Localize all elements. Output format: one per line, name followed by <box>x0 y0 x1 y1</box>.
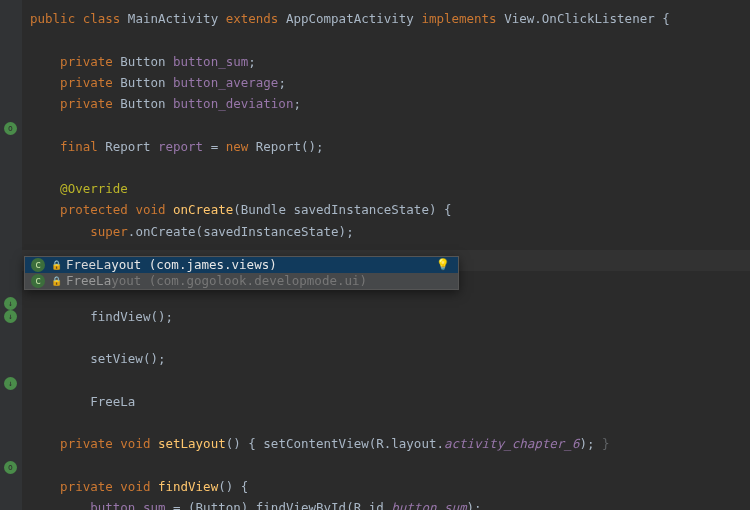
keyword: super <box>90 224 128 239</box>
keyword: extends <box>226 11 279 26</box>
implements-gutter-icon[interactable]: ↓ <box>4 377 17 390</box>
class-name: Button <box>120 75 165 90</box>
class-name: Button <box>120 54 165 69</box>
override-gutter-icon[interactable]: o <box>4 122 17 135</box>
keyword: private <box>60 75 113 90</box>
r-value: button_sum <box>391 500 466 510</box>
class-name: Report <box>105 139 150 154</box>
param: savedInstanceState <box>203 224 338 239</box>
class-icon: c <box>31 258 45 272</box>
class-name: MainActivity <box>128 11 218 26</box>
lock-icon: 🔒 <box>51 257 62 273</box>
method-call: setContentView <box>263 436 368 451</box>
keyword: void <box>120 436 150 451</box>
class-name: View <box>504 11 534 26</box>
keyword: private <box>60 479 113 494</box>
class-name: OnClickListener <box>542 11 655 26</box>
class-name: Button <box>120 96 165 111</box>
method-decl: findView <box>158 479 218 494</box>
class-name: Report <box>256 139 301 154</box>
lightbulb-icon[interactable]: 💡 <box>436 257 450 273</box>
keyword: class <box>83 11 121 26</box>
field: button_deviation <box>173 96 293 111</box>
keyword: public <box>30 11 75 26</box>
field: button_sum <box>173 54 248 69</box>
keyword: implements <box>421 11 496 26</box>
class-name: AppCompatActivity <box>286 11 414 26</box>
r-value: activity_chapter_6 <box>444 436 579 451</box>
keyword: private <box>60 96 113 111</box>
method-call: findViewById <box>256 500 346 510</box>
method-decl: setLayout <box>158 436 226 451</box>
class-name: Bundle <box>241 202 286 217</box>
keyword: new <box>226 139 249 154</box>
keyword: final <box>60 139 98 154</box>
keyword: private <box>60 436 113 451</box>
editor-gutter: o ↓ ↓ ↓ o <box>0 0 22 510</box>
class-icon: c <box>31 274 45 288</box>
field: button_sum <box>90 500 165 510</box>
completion-item[interactable]: c 🔒 FreeLayout (com.gogolook.developmode… <box>25 273 458 289</box>
method-call: onCreate <box>135 224 195 239</box>
fold-marker[interactable]: } <box>602 436 610 451</box>
method-call: setView <box>90 351 143 366</box>
method-decl: onCreate <box>173 202 233 217</box>
class-name: Button <box>196 500 241 510</box>
r-ref: R.layout. <box>376 436 444 451</box>
implements-gutter-icon[interactable]: ↓ <box>4 297 17 310</box>
keyword: void <box>135 202 165 217</box>
keyword: protected <box>60 202 128 217</box>
code-editor[interactable]: public class MainActivity extends AppCom… <box>0 0 750 510</box>
annotation: @Override <box>60 181 128 196</box>
keyword: void <box>120 479 150 494</box>
field: report <box>158 139 203 154</box>
r-ref: R.id. <box>354 500 392 510</box>
keyword: private <box>60 54 113 69</box>
completion-text: FreeLayout (com.james.views) <box>66 257 452 273</box>
completion-item[interactable]: c 🔒 FreeLayout (com.james.views) 💡 <box>25 257 458 273</box>
code-completion-popup[interactable]: c 🔒 FreeLayout (com.james.views) 💡 c 🔒 F… <box>24 256 459 290</box>
typed-text: FreeLa <box>90 394 135 409</box>
completion-text: FreeLayout (com.gogolook.developmode.ui) <box>66 273 452 289</box>
lock-icon: 🔒 <box>51 273 62 289</box>
param: savedInstanceState <box>293 202 428 217</box>
method-call: findView <box>90 309 150 324</box>
override-gutter-icon[interactable]: o <box>4 461 17 474</box>
field: button_average <box>173 75 278 90</box>
implements-gutter-icon[interactable]: ↓ <box>4 310 17 323</box>
